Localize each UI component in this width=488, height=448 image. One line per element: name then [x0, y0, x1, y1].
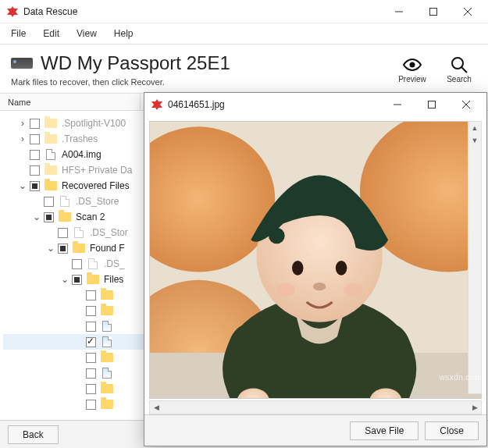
checkbox[interactable] — [72, 259, 82, 269]
preview-footer: Save File Close — [144, 414, 486, 446]
tree-label: A004.img — [62, 149, 102, 160]
checkbox[interactable] — [30, 119, 40, 129]
window-controls — [382, 0, 485, 23]
page-header: WD My Passport 25E1 Mark files to recove… — [0, 44, 488, 94]
preview-title: 04614651.jpg — [168, 99, 225, 110]
checkbox[interactable] — [86, 290, 96, 300]
menu-file[interactable]: File — [3, 25, 34, 42]
preview-window: 04614651.jpg — [144, 92, 487, 446]
scroll-down-icon[interactable]: ▼ — [468, 134, 481, 147]
search-label: Search — [447, 75, 472, 84]
checkbox[interactable] — [86, 384, 96, 394]
preview-label: Preview — [398, 75, 426, 84]
scroll-left-icon[interactable]: ◀ — [150, 401, 162, 414]
checkbox[interactable] — [86, 306, 96, 316]
chevron-right-icon[interactable]: › — [17, 133, 28, 144]
chevron-down-icon[interactable]: ⌄ — [17, 180, 28, 191]
folder-icon — [59, 212, 71, 222]
folder-icon — [45, 165, 57, 176]
tree-label: .DS_Store — [76, 196, 119, 207]
app-icon — [6, 5, 19, 18]
svg-point-20 — [276, 283, 295, 297]
tree-label: Found F — [90, 243, 125, 254]
svg-rect-3 — [429, 101, 436, 108]
tree-label: .DS_Stor — [90, 227, 128, 238]
preview-titlebar[interactable]: 04614651.jpg — [144, 93, 486, 116]
minimize-button[interactable] — [382, 0, 416, 23]
svg-point-18 — [336, 261, 347, 276]
minimize-button[interactable] — [380, 93, 415, 116]
svg-point-1 — [410, 62, 415, 68]
checkbox[interactable] — [86, 353, 96, 363]
checkbox[interactable] — [30, 181, 40, 191]
image-file-icon — [101, 321, 113, 332]
search-tool[interactable]: Search — [443, 55, 476, 84]
image-file-icon — [101, 368, 113, 379]
save-file-button[interactable]: Save File — [350, 421, 419, 440]
scroll-right-icon[interactable]: ▶ — [468, 401, 481, 414]
file-icon — [59, 196, 71, 207]
svg-point-21 — [344, 283, 363, 297]
checkbox[interactable] — [30, 165, 40, 176]
folder-icon — [45, 118, 57, 129]
maximize-button[interactable] — [416, 0, 451, 23]
search-icon — [450, 55, 468, 74]
svg-point-2 — [452, 58, 463, 69]
drive-icon — [11, 58, 33, 69]
checkbox[interactable] — [44, 197, 54, 207]
menu-edit[interactable]: Edit — [35, 25, 67, 42]
svg-rect-0 — [430, 8, 437, 15]
checkbox[interactable] — [86, 322, 96, 332]
back-button[interactable]: Back — [8, 425, 59, 444]
checkbox[interactable] — [30, 150, 40, 160]
tree-label: .Spotlight-V100 — [62, 118, 126, 129]
folder-icon — [101, 305, 113, 316]
checkbox[interactable] — [86, 337, 96, 347]
svg-point-15 — [269, 228, 285, 244]
folder-icon — [45, 133, 57, 144]
checkbox[interactable] — [30, 134, 40, 144]
tree-label: .Trashes — [62, 133, 98, 144]
checkbox[interactable] — [86, 368, 96, 379]
checkbox[interactable] — [58, 228, 68, 238]
close-button[interactable] — [449, 93, 483, 116]
menu-view[interactable]: View — [69, 25, 105, 42]
tree-label: Recovered Files — [62, 180, 130, 191]
chevron-down-icon[interactable]: ⌄ — [59, 274, 70, 285]
watermark: wsxdn.com — [439, 373, 482, 382]
tree-label: Files — [104, 274, 123, 285]
tree-label: Scan 2 — [76, 212, 105, 222]
chevron-right-icon[interactable]: › — [17, 118, 28, 129]
checkbox[interactable] — [58, 244, 68, 254]
drive-title: WD My Passport 25E1 — [41, 52, 230, 74]
folder-icon — [101, 352, 113, 363]
svg-point-17 — [292, 261, 303, 276]
app-icon — [151, 98, 163, 111]
preview-tool[interactable]: Preview — [396, 55, 429, 84]
scroll-up-icon[interactable]: ▲ — [468, 122, 481, 134]
svg-point-16 — [354, 228, 371, 244]
folder-icon — [73, 243, 85, 254]
close-preview-button[interactable]: Close — [425, 421, 479, 440]
close-button[interactable] — [451, 0, 485, 23]
horizontal-scrollbar[interactable]: ◀ ▶ — [149, 400, 482, 414]
eye-icon — [403, 55, 422, 74]
checkbox[interactable] — [86, 400, 96, 410]
menu-help[interactable]: Help — [106, 25, 141, 42]
folder-icon — [101, 383, 113, 394]
vertical-scrollbar[interactable]: ▲ ▼ — [468, 121, 482, 394]
chevron-down-icon[interactable]: ⌄ — [31, 212, 42, 222]
app-title: Data Rescue — [23, 6, 77, 17]
checkbox[interactable] — [72, 275, 82, 285]
svg-point-19 — [313, 283, 326, 290]
tree-label: .DS_ — [104, 258, 125, 269]
menu-bar: File Edit View Help — [0, 23, 488, 44]
checkbox[interactable] — [44, 212, 54, 222]
image-file-icon — [101, 336, 113, 347]
maximize-button[interactable] — [415, 93, 449, 116]
col-name[interactable]: Name — [0, 94, 141, 110]
tree-label: HFS+ Private Da — [62, 165, 132, 176]
main-titlebar: Data Rescue — [0, 0, 488, 23]
folder-icon — [87, 274, 99, 285]
chevron-down-icon[interactable]: ⌄ — [45, 243, 56, 254]
